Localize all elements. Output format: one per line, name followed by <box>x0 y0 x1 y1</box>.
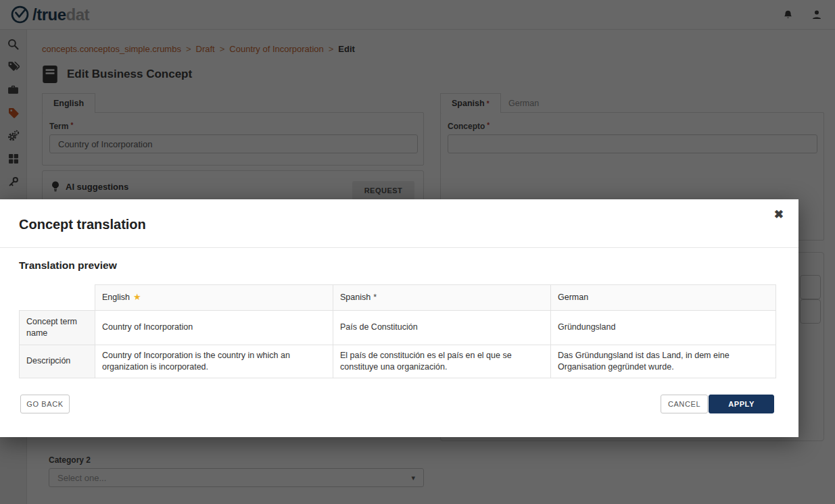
required-mark: * <box>373 293 377 302</box>
cell-term-english: Country of Incorporation <box>95 311 333 345</box>
app-root: /truedat <box>0 0 835 504</box>
go-back-button[interactable]: GO BACK <box>20 395 70 413</box>
cell-term-german: Gründungsland <box>551 311 776 345</box>
primary-language-star-icon: ★ <box>133 292 141 302</box>
column-header-german: German <box>551 285 776 311</box>
close-icon[interactable]: ✖ <box>774 207 784 222</box>
modal-title: Concept translation <box>19 217 146 232</box>
cell-desc-german: Das Gründungsland ist das Land, in dem e… <box>551 345 776 378</box>
row-header-descripcion: Descripción <box>20 345 95 378</box>
modal-divider <box>0 247 798 248</box>
apply-button[interactable]: APPLY <box>709 395 774 413</box>
table-header-row: English★ Spanish* German <box>20 285 776 311</box>
cell-desc-english: Country of Incorporation is the country … <box>95 345 333 378</box>
column-header-spanish: Spanish* <box>333 285 551 311</box>
column-header-english: English★ <box>95 285 333 311</box>
table-row: Descripción Country of Incorporation is … <box>20 345 776 378</box>
table-row: Concept term name Country of Incorporati… <box>20 311 776 345</box>
cancel-button[interactable]: CANCEL <box>661 395 708 413</box>
cell-desc-spanish: El país de constitución es el país en el… <box>333 345 551 378</box>
translation-preview-title: Translation preview <box>19 259 117 272</box>
corner-header-cell <box>20 285 95 311</box>
row-header-concept-term-name: Concept term name <box>20 311 95 345</box>
concept-translation-modal: ✖ Concept translation Translation previe… <box>0 199 798 437</box>
translation-preview-table: English★ Spanish* German Concept term na… <box>19 284 776 378</box>
cell-term-spanish: País de Constitución <box>333 311 551 345</box>
